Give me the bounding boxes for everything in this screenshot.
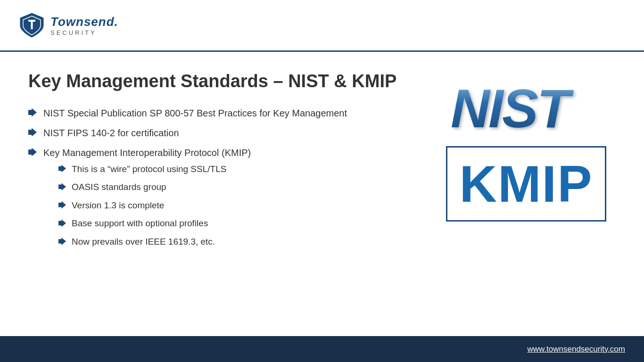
bullet-text: NIST Special Publication SP 800-57 Best … [43,107,347,120]
sub-bullet-text: Now prevails over IEEE 1619.3, etc. [72,236,215,248]
header: Townsend. SECURITY [0,0,644,52]
nist-logo: NIST [446,75,606,137]
bullet-arrow-icon [28,148,37,156]
sub-list-item: Version 1.3 is complete [58,199,251,212]
sub-bullet-list: This is a “wire” protocol using SSL/TLS … [58,163,251,248]
sub-list-item: OASIS standards group [58,181,251,194]
nist-logo-svg: NIST [446,75,606,137]
sub-list-item: Now prevails over IEEE 1619.3, etc. [58,236,251,248]
left-panel: Key Management Standards – NIST & KMIP N… [28,71,437,327]
svg-rect-1 [31,22,33,29]
kmip-text: KMIP [460,158,593,210]
company-tagline: SECURITY [50,29,118,36]
website-url: www.townsendsecurity.com [527,345,625,354]
sub-bullet-arrow-icon [58,201,66,209]
sub-list-item: Base support with optional profiles [58,217,251,230]
sub-bullet-text: This is a “wire” protocol using SSL/TLS [72,163,226,176]
page-title: Key Management Standards – NIST & KMIP [28,71,418,92]
svg-rect-0 [28,20,35,22]
list-item-kmip: Key Management Interoperability Protocol… [28,146,418,254]
sub-bullet-text: Base support with optional profiles [72,217,208,230]
shield-icon [19,12,45,38]
sub-bullet-text: Version 1.3 is complete [72,199,164,212]
sub-bullet-arrow-icon [58,165,66,173]
bullet-item-container: Key Management Interoperability Protocol… [43,146,251,254]
main-content: Key Management Standards – NIST & KMIP N… [0,52,644,336]
list-item: NIST Special Publication SP 800-57 Best … [28,107,418,120]
sub-bullet-text: OASIS standards group [72,181,166,194]
right-panel: NIST KMIP [437,71,616,327]
bullet-list: NIST Special Publication SP 800-57 Best … [28,107,418,254]
sub-bullet-arrow-icon [58,183,66,190]
bullet-text: Key Management Interoperability Protocol… [43,148,251,158]
company-name: Townsend. [50,15,118,29]
kmip-logo: KMIP [446,146,606,222]
bullet-arrow-icon [28,108,37,117]
sub-list-item: This is a “wire” protocol using SSL/TLS [58,163,251,176]
footer-bar: www.townsendsecurity.com [0,336,644,362]
logo-text: Townsend. SECURITY [50,15,118,36]
logo-area: Townsend. SECURITY [19,12,118,38]
sub-bullet-arrow-icon [58,238,66,245]
sub-bullet-arrow-icon [58,219,66,227]
bullet-text: NIST FIPS 140-2 for certification [43,126,179,140]
bullet-arrow-icon [28,128,37,137]
list-item: NIST FIPS 140-2 for certification [28,126,418,140]
svg-text:NIST: NIST [451,78,574,137]
